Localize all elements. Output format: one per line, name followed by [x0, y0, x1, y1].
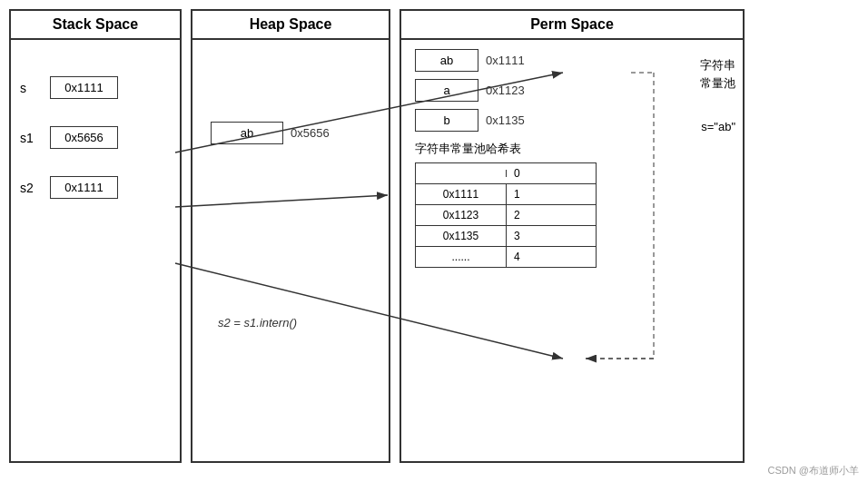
- stack-space-section: Stack Space s 0x1111 s1 0x5656 s2 0x1111: [9, 9, 182, 463]
- perm-space-section: Perm Space ab 0x1111 a 0x1123 b 0x1135 字…: [399, 9, 745, 463]
- perm-addr-a: 0x1123: [486, 84, 525, 97]
- stack-label-s: s: [20, 81, 43, 95]
- perm-row-a: a 0x1123: [415, 79, 729, 102]
- hash-cell-3: 0x1135: [416, 226, 507, 246]
- heap-value-ab: ab: [211, 122, 283, 144]
- watermark: CSDN @布道师小羊: [768, 464, 859, 477]
- stack-space-title: Stack Space: [11, 11, 180, 40]
- heap-item-ab: ab 0x5656: [211, 122, 330, 144]
- hash-cell-1: 0x1111: [416, 184, 507, 204]
- main-container: Stack Space s 0x1111 s1 0x5656 s2 0x1111…: [0, 0, 868, 482]
- stack-value-s2: 0x1111: [50, 176, 118, 199]
- stack-value-s1: 0x5656: [50, 126, 118, 149]
- perm-row-b: b 0x1135: [415, 109, 729, 132]
- perm-top-section: ab 0x1111 a 0x1123 b 0x1135: [415, 49, 729, 132]
- heap-content: ab 0x5656: [192, 94, 389, 172]
- stack-label-s2: s2: [20, 181, 43, 195]
- perm-space-title: Perm Space: [401, 11, 743, 40]
- perm-addr-ab: 0x1111: [486, 54, 525, 67]
- hash-table-title: 字符串常量池哈希表: [415, 141, 729, 157]
- perm-value-b: b: [415, 109, 478, 132]
- stack-row-s: s 0x1111: [20, 76, 171, 99]
- hash-index-4: 4: [507, 247, 534, 267]
- hash-cell-2: 0x1123: [416, 205, 507, 225]
- hash-table: 0 0x1111 1 0x1123 2 0x1135 3 ...... 4: [415, 162, 597, 268]
- heap-addr-ab: 0x5656: [291, 126, 330, 140]
- stack-row-s2: s2 0x1111: [20, 176, 171, 199]
- hash-cell-4: ......: [416, 247, 507, 267]
- hash-row-2: 0x1123 2: [416, 205, 596, 226]
- perm-content: ab 0x1111 a 0x1123 b 0x1135 字符串常量池哈希表 0: [401, 40, 743, 277]
- hash-row-1: 0x1111 1: [416, 184, 596, 205]
- heap-space-title: Heap Space: [192, 11, 389, 40]
- s-eq-ab-label: s="ab": [701, 120, 735, 133]
- perm-value-ab: ab: [415, 49, 478, 72]
- hash-index-0: 0: [507, 163, 534, 183]
- stack-value-s: 0x1111: [50, 76, 118, 99]
- hash-index-3: 3: [507, 226, 534, 246]
- perm-row-ab: ab 0x1111: [415, 49, 729, 72]
- hash-index-2: 2: [507, 205, 534, 225]
- hash-cell-0: [416, 170, 507, 177]
- hash-row-0: 0: [416, 163, 596, 184]
- hash-row-3: 0x1135 3: [416, 226, 596, 247]
- hash-row-4: ...... 4: [416, 247, 596, 267]
- perm-value-a: a: [415, 79, 478, 102]
- hash-index-1: 1: [507, 184, 534, 204]
- stack-row-s1: s1 0x5656: [20, 126, 171, 149]
- string-pool-label: 字符串常量池: [700, 56, 735, 92]
- heap-space-section: Heap Space ab 0x5656: [191, 9, 390, 463]
- stack-label-s1: s1: [20, 131, 43, 145]
- perm-addr-b: 0x1135: [486, 113, 525, 127]
- stack-content: s 0x1111 s1 0x5656 s2 0x1111: [11, 58, 180, 217]
